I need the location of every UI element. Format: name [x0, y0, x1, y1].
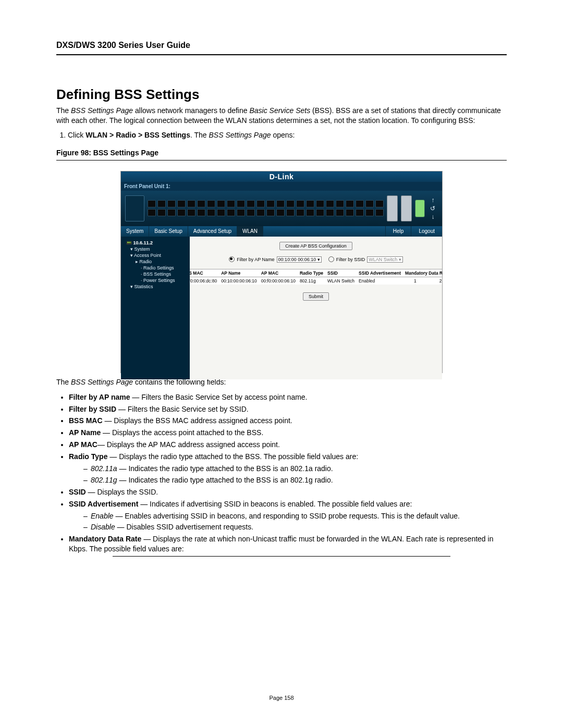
figure-caption: Figure 98: BSS Settings Page — [56, 149, 507, 157]
bss-table: BSS MAC AP Name AP MAC Radio Type SSID S… — [190, 269, 442, 285]
port-icon — [217, 209, 225, 216]
list-item: Radio Type — Displays the radio type att… — [69, 452, 507, 485]
field-desc: — Indicates if advertising SSID in beaco… — [138, 500, 412, 508]
field-name: SSID — [69, 488, 86, 496]
menu-logout[interactable]: Logout — [411, 226, 442, 237]
text: opens: — [271, 131, 295, 139]
list-item: BSS MAC — Displays the BSS MAC address a… — [69, 416, 507, 426]
tree-label: Radio — [140, 259, 152, 264]
tree-access-point[interactable]: ▾ Access Point — [123, 252, 188, 258]
port-icon — [296, 200, 304, 207]
port-icon — [247, 200, 255, 207]
field-desc: — Displays the access point attached to … — [101, 428, 263, 437]
field-desc: — Displays the SSID. — [86, 488, 158, 496]
list-item: Filter by SSID — Filters the Basic Servi… — [69, 404, 507, 414]
table-row[interactable]: 00:f0:00:06:dc:80 00:10:00:00:06:10 00:f… — [190, 277, 442, 285]
steps-list: Click WLAN > Radio > BSS Settings. The B… — [68, 131, 507, 139]
list-item: 802.11a — Indicates the radio type attac… — [83, 464, 507, 474]
port-icon — [346, 209, 354, 216]
panel-nav-icons: ↑ ↺ ↓ — [428, 197, 438, 220]
th-data-rate: Mandatory Data Rate — [403, 269, 442, 277]
submit-button[interactable]: Submit — [303, 292, 329, 301]
create-config-button[interactable]: Create AP BSS Configuration — [279, 242, 352, 250]
nav-tree: 📟 10.6.11.2 ▾ System ▾ Access Point ▸ Ra… — [121, 237, 190, 379]
tree-power-settings[interactable]: · Power Settings — [123, 277, 188, 283]
port-icon — [375, 200, 384, 207]
filter-ssid-select[interactable]: WLAN Switch ▾ — [367, 256, 403, 263]
list-item: AP Name — Displays the access point atta… — [69, 428, 507, 438]
menu-spacer — [263, 226, 385, 237]
port-icon — [177, 200, 186, 207]
field-desc: — Indicates the radio type attached to t… — [117, 464, 333, 473]
text-italic: BSS Settings Page — [209, 131, 271, 139]
tree-root[interactable]: 📟 10.6.11.2 — [123, 240, 188, 246]
tree-bss-settings[interactable]: · BSS Settings — [123, 271, 188, 277]
list-item: Disable — Disables SSID advertisement re… — [83, 522, 507, 532]
tree-label: Radio Settings — [143, 265, 174, 270]
text-bold: WLAN > Radio > BSS Settings — [85, 131, 190, 139]
port-icon — [227, 209, 235, 216]
field-name: AP Name — [69, 428, 101, 437]
menu-basic-setup[interactable]: Basic Setup — [149, 226, 188, 237]
text: allows network managers to define — [133, 106, 249, 115]
port-icon — [237, 200, 245, 207]
field-name: 802.11a — [91, 464, 117, 473]
select-value: 00:10:00 00:06:10 — [278, 257, 316, 262]
content-pane: Create AP BSS Configuration Filter by AP… — [190, 237, 442, 379]
field-name: Filter by SSID — [69, 405, 116, 413]
filter-ap-select[interactable]: 00:10:00 00:06:10 ▾ — [277, 256, 322, 263]
field-desc: — Displays the radio type attached to th… — [107, 452, 358, 461]
port-icon — [177, 209, 186, 216]
footer-rule — [113, 556, 450, 557]
tree-root-label: 10.6.11.2 — [133, 240, 153, 245]
th-bss-mac: BSS MAC — [190, 269, 219, 277]
tree-statistics[interactable]: ▾ Statistics — [123, 283, 188, 290]
port-icon — [326, 209, 334, 216]
menu-wlan[interactable]: WLAN — [237, 226, 263, 237]
port-icon — [306, 200, 314, 207]
field-desc: — Indicates the radio type attached to t… — [117, 476, 333, 484]
port-rows — [148, 200, 384, 216]
port-icon — [336, 209, 344, 216]
menu-help[interactable]: Help — [385, 226, 411, 237]
tree-radio[interactable]: ▸ Radio — [123, 258, 188, 265]
menu-advanced-setup[interactable]: Advanced Setup — [188, 226, 237, 237]
th-ap-name: AP Name — [219, 269, 259, 277]
brand-bar: D-Link — [121, 171, 442, 182]
work-area: 📟 10.6.11.2 ▾ System ▾ Access Point ▸ Ra… — [121, 237, 442, 379]
port-icon — [336, 200, 344, 207]
filter-ap-radio[interactable] — [229, 256, 235, 262]
port-icon — [187, 209, 195, 216]
port-icon — [266, 209, 275, 216]
port-icon — [157, 209, 166, 216]
menu-bar: System Basic Setup Advanced Setup WLAN H… — [121, 226, 442, 237]
port-icon — [316, 200, 324, 207]
list-item: Mandatory Data Rate — Displays the rate … — [69, 534, 507, 554]
port-icon — [346, 200, 354, 207]
list-item: Filter by AP name — Filters the Basic Se… — [69, 392, 507, 402]
field-name: Mandatory Data Rate — [69, 535, 141, 543]
field-name: Enable — [91, 512, 114, 520]
port-icon — [256, 209, 265, 216]
menu-system[interactable]: System — [121, 226, 149, 237]
th-ssid-adv: SSID Advertisement — [357, 269, 403, 277]
port-icon — [326, 200, 334, 207]
list-item: Enable — Enables advertising SSID in bea… — [83, 511, 507, 521]
arrow-down-icon[interactable]: ↓ — [431, 214, 434, 220]
tree-system[interactable]: ▾ System — [123, 246, 188, 252]
text: The — [56, 378, 71, 386]
list-item: SSID — Displays the SSID. — [69, 487, 507, 497]
port-icon — [356, 200, 364, 207]
port-icon — [286, 200, 295, 207]
arrow-up-icon[interactable]: ↑ — [431, 197, 434, 203]
tree-label: System — [134, 246, 150, 252]
field-desc: — Displays the BSS MAC address assigned … — [103, 416, 292, 425]
th-ap-mac: AP MAC — [259, 269, 298, 277]
tree-label: BSS Settings — [143, 272, 171, 277]
tree-radio-settings[interactable]: · Radio Settings — [123, 265, 188, 271]
refresh-icon[interactable]: ↺ — [430, 205, 435, 212]
port-icon — [306, 209, 314, 216]
field-name: Radio Type — [69, 452, 107, 461]
filter-ssid-radio[interactable] — [328, 256, 334, 262]
tree-label: Access Point — [134, 253, 161, 258]
